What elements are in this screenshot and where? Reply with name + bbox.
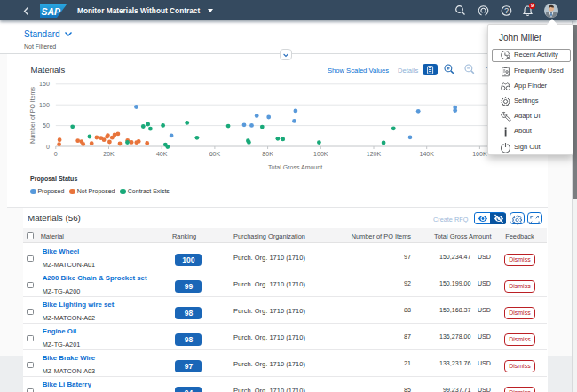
svg-text:0: 0 [46,144,50,150]
svg-text:40K: 40K [156,151,168,157]
svg-text:60K: 60K [209,151,221,157]
svg-text:Number of PO Items: Number of PO Items [29,87,36,144]
svg-text:SAP: SAP [42,6,62,17]
svg-text:150: 150 [39,81,50,87]
svg-text:160K: 160K [472,151,487,157]
svg-text:120K: 120K [367,151,382,157]
svg-text:100: 100 [39,102,50,108]
svg-text:0: 0 [54,151,58,157]
svg-text:100K: 100K [313,151,328,157]
svg-text:50: 50 [43,122,50,129]
svg-text:?: ? [504,6,509,15]
svg-text:Total Gross Amount: Total Gross Amount [268,164,322,170]
svg-text:20K: 20K [103,151,115,157]
svg-text:80K: 80K [262,151,273,157]
svg-text:140K: 140K [420,151,435,157]
